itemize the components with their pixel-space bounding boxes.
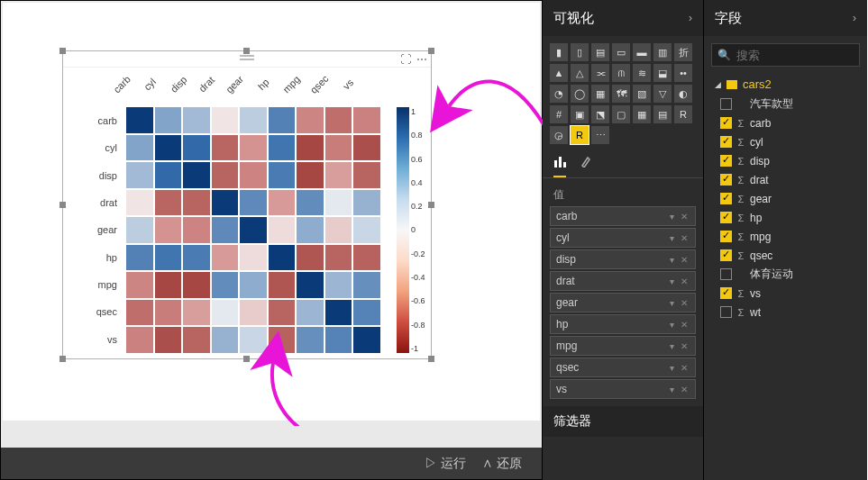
table-node[interactable]: ◢ cars2	[704, 74, 867, 95]
viz-type-more[interactable]: ⋯	[591, 126, 609, 144]
viz-type-line-bar2[interactable]: ⫙	[612, 64, 630, 82]
field-item[interactable]: Σvs	[720, 284, 863, 303]
value-item[interactable]: hp▾ ✕	[550, 314, 696, 334]
more-icon[interactable]: ⋯	[416, 53, 427, 66]
field-item[interactable]: Σdisp	[720, 151, 863, 170]
viz-type-multi-card[interactable]: ▣	[571, 105, 589, 123]
chevron-right-icon[interactable]: ›	[853, 12, 856, 24]
viz-type-bar-stacked[interactable]: ▮	[550, 43, 568, 61]
viz-type-r-script-visual[interactable]: R	[571, 126, 589, 144]
field-item[interactable]: Σdrat	[720, 170, 863, 189]
value-item-controls[interactable]: ▾ ✕	[670, 385, 690, 394]
format-tab[interactable]	[580, 155, 593, 177]
field-item[interactable]: 汽车款型	[720, 95, 863, 113]
revert-button[interactable]: ∧ 还原	[482, 456, 522, 472]
field-checkbox[interactable]	[720, 136, 732, 148]
field-item[interactable]: Σmpg	[720, 227, 863, 246]
resize-handle-mb[interactable]	[243, 356, 250, 362]
field-checkbox[interactable]	[720, 249, 732, 261]
field-checkbox[interactable]	[720, 98, 732, 110]
viz-type-bar-clustered[interactable]: ▯	[571, 43, 589, 61]
value-item-controls[interactable]: ▾ ✕	[670, 212, 690, 222]
value-item[interactable]: disp▾ ✕	[550, 249, 696, 269]
viz-type-matrix[interactable]: ▤	[653, 105, 672, 123]
viz-type-bar-h-clustered[interactable]: ▬	[633, 43, 651, 61]
field-item[interactable]: Σcarb	[720, 113, 863, 132]
field-checkbox[interactable]	[720, 117, 732, 129]
resize-handle-ml[interactable]	[59, 202, 66, 208]
field-checkbox[interactable]	[720, 231, 732, 242]
viz-type-waterfall[interactable]: ⬓	[653, 64, 672, 82]
resize-handle-mt[interactable]	[243, 48, 250, 54]
resize-handle-bl[interactable]	[59, 356, 66, 362]
viz-type-funnel[interactable]: ▽	[653, 85, 672, 103]
run-button[interactable]: ▷ 运行	[425, 456, 466, 472]
fields-header[interactable]: 字段 ›	[704, 0, 867, 36]
field-checkbox[interactable]	[720, 306, 732, 318]
values-well[interactable]: carb▾ ✕cyl▾ ✕disp▾ ✕drat▾ ✕gear▾ ✕hp▾ ✕m…	[543, 206, 703, 399]
viz-type-map[interactable]: 🗺	[612, 85, 630, 103]
field-item[interactable]: Σwt	[720, 303, 863, 322]
expand-icon[interactable]: ◢	[715, 80, 721, 89]
value-item[interactable]: gear▾ ✕	[550, 293, 696, 312]
viz-type-line[interactable]: 折	[674, 43, 692, 61]
report-canvas[interactable]: ⛶ ⋯ carbcyldispdratgearhpmpgqsecvs carbc…	[0, 0, 543, 480]
field-checkbox[interactable]	[720, 268, 732, 280]
viz-type-bar-h-100[interactable]: ▥	[653, 43, 672, 61]
field-checkbox[interactable]	[720, 174, 732, 186]
search-input[interactable]	[736, 49, 868, 62]
viz-type-ribbon[interactable]: ≋	[633, 64, 651, 82]
viz-type-arcgis[interactable]: ◶	[550, 126, 568, 144]
value-item-controls[interactable]: ▾ ✕	[670, 255, 690, 265]
resize-handle-br[interactable]	[428, 356, 434, 362]
resize-handle-tl[interactable]	[59, 48, 66, 54]
value-item[interactable]: qsec▾ ✕	[550, 358, 696, 377]
value-item-controls[interactable]: ▾ ✕	[670, 341, 690, 351]
viz-type-line-bar[interactable]: ⫘	[591, 64, 609, 82]
viz-type-pie[interactable]: ◔	[550, 85, 568, 103]
value-item-controls[interactable]: ▾ ✕	[670, 233, 690, 243]
field-item[interactable]: Σcyl	[720, 132, 863, 151]
viz-type-slicer[interactable]: ▢	[612, 105, 630, 123]
viz-type-gauge[interactable]: ◐	[674, 85, 692, 103]
fields-tab[interactable]	[553, 155, 566, 177]
value-item-controls[interactable]: ▾ ✕	[670, 298, 690, 308]
viz-type-area-stacked[interactable]: △	[571, 64, 589, 82]
value-item[interactable]: cyl▾ ✕	[550, 228, 696, 248]
viz-type-area[interactable]: ▲	[550, 64, 568, 82]
viz-type-treemap[interactable]: ▦	[591, 85, 609, 103]
viz-type-table[interactable]: ▦	[633, 105, 651, 123]
canvas-page[interactable]: ⛶ ⋯ carbcyldispdratgearhpmpgqsecvs carbc…	[3, 3, 540, 421]
viz-type-bar-h-stacked[interactable]: ▭	[612, 43, 630, 61]
viz-type-card[interactable]: #	[550, 105, 568, 123]
drag-grip-icon[interactable]	[240, 55, 254, 62]
r-visual-container[interactable]: ⛶ ⋯ carbcyldispdratgearhpmpgqsecvs carbc…	[62, 50, 432, 359]
value-item[interactable]: vs▾ ✕	[550, 379, 696, 399]
field-checkbox[interactable]	[720, 287, 732, 299]
viz-type-r-visual[interactable]: R	[674, 105, 692, 123]
filters-header[interactable]: 筛选器	[543, 406, 703, 437]
value-item[interactable]: carb▾ ✕	[550, 206, 696, 226]
value-item-controls[interactable]: ▾ ✕	[670, 363, 690, 373]
viz-type-bar-100[interactable]: ▤	[591, 43, 609, 61]
chevron-right-icon[interactable]: ›	[689, 12, 692, 24]
field-checkbox[interactable]	[720, 193, 732, 204]
value-item-controls[interactable]: ▾ ✕	[670, 320, 690, 330]
field-item[interactable]: Σhp	[720, 208, 863, 227]
value-item[interactable]: drat▾ ✕	[550, 271, 696, 291]
value-item-controls[interactable]: ▾ ✕	[670, 276, 690, 286]
field-item[interactable]: Σqsec	[720, 246, 863, 265]
viz-type-scatter[interactable]: ••	[674, 64, 692, 82]
viz-type-donut[interactable]: ◯	[571, 85, 589, 103]
viz-type-filled-map[interactable]: ▧	[633, 85, 651, 103]
value-item[interactable]: mpg▾ ✕	[550, 336, 696, 356]
fields-search[interactable]: 🔍	[711, 43, 860, 67]
field-item[interactable]: Σgear	[720, 189, 863, 208]
viz-type-kpi[interactable]: ⬔	[591, 105, 609, 123]
field-checkbox[interactable]	[720, 155, 732, 167]
visualizations-header[interactable]: 可视化 ›	[543, 0, 703, 36]
field-item[interactable]: 体育运动	[720, 265, 863, 284]
focus-mode-icon[interactable]: ⛶	[400, 53, 411, 66]
resize-handle-tr[interactable]	[428, 48, 434, 54]
field-checkbox[interactable]	[720, 212, 732, 223]
